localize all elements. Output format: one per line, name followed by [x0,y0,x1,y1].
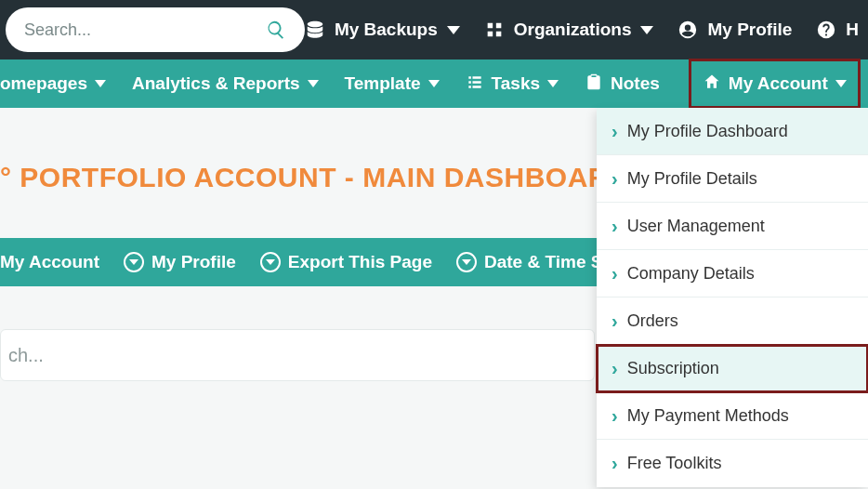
search-input[interactable] [24,20,266,40]
home-icon [703,73,721,96]
caret-down-icon [95,80,106,87]
dd-my-payment-methods[interactable]: › My Payment Methods [597,392,868,440]
my-profile-label: My Profile [707,20,792,40]
nav-tasks[interactable]: Tasks [453,59,572,108]
help-link[interactable]: H [816,20,859,40]
action-my-account[interactable]: My Account [0,252,99,272]
chevron-right-icon: › [612,121,618,142]
chevron-right-icon: › [612,216,618,237]
topbar: My Backups Organizations My Profile H [0,0,868,59]
dd-free-toolkits[interactable]: › Free Toolkits [597,440,868,487]
dd-my-profile-details[interactable]: › My Profile Details [597,155,868,203]
list-icon [466,73,484,96]
caret-down-icon [547,80,559,87]
dd-my-profile-dashboard[interactable]: › My Profile Dashboard [597,108,868,155]
clipboard-icon [585,73,603,96]
circle-arrow-down-icon [124,252,144,272]
filter-input[interactable] [8,345,586,366]
circle-arrow-down-icon [456,252,477,272]
dd-user-management[interactable]: › User Management [597,203,868,250]
nav-notes-label: Notes [611,73,660,94]
main-nav: omepages Analytics & Reports Template Ta… [0,59,868,108]
my-backups-menu[interactable]: My Backups [305,20,460,40]
nav-my-account-label: My Account [729,73,828,94]
user-circle-icon [677,20,698,40]
caret-down-icon [835,80,847,87]
dd-label: Subscription [627,359,719,378]
action-my-account-label: My Account [0,252,99,272]
nav-homepages[interactable]: omepages [0,59,119,108]
dd-label: Orders [627,311,678,331]
action-my-profile[interactable]: My Profile [124,252,236,272]
my-profile-link[interactable]: My Profile [677,20,792,40]
nav-analytics[interactable]: Analytics & Reports [119,59,332,108]
caret-down-icon [308,80,319,87]
help-circle-icon [816,20,836,40]
caret-down-icon [640,26,653,34]
nav-analytics-label: Analytics & Reports [132,73,300,94]
action-my-profile-label: My Profile [151,252,236,272]
dd-subscription[interactable]: › Subscription [597,345,868,392]
nav-more[interactable]: More [860,59,868,108]
action-export-label: Export This Page [288,252,432,272]
search-box[interactable] [6,7,305,52]
dd-label: My Profile Details [627,169,757,189]
dd-label: My Profile Dashboard [627,122,788,141]
database-icon [305,20,325,40]
nav-tasks-label: Tasks [492,73,540,94]
organizations-menu[interactable]: Organizations [484,20,654,40]
dd-label: Free Toolkits [627,454,722,473]
chevron-right-icon: › [612,311,618,332]
dd-label: Company Details [627,264,755,284]
nav-my-account[interactable]: My Account [690,59,860,108]
circle-arrow-down-icon [260,252,281,272]
help-label: H [846,20,859,40]
filter-box[interactable] [0,329,595,381]
dd-company-details[interactable]: › Company Details [597,250,868,297]
chevron-right-icon: › [612,168,618,190]
my-account-dropdown: › My Profile Dashboard › My Profile Deta… [597,108,868,487]
chevron-right-icon: › [612,358,618,379]
dd-orders[interactable]: › Orders [597,297,868,345]
nav-notes[interactable]: Notes [572,59,673,108]
action-export[interactable]: Export This Page [260,252,432,272]
caret-down-icon [428,80,440,87]
organizations-label: Organizations [514,20,632,40]
my-backups-label: My Backups [335,20,438,40]
org-icon [484,20,505,40]
nav-template[interactable]: Template [332,59,453,108]
search-icon[interactable] [266,20,286,40]
caret-down-icon [447,26,460,34]
nav-template-label: Template [345,73,421,94]
chevron-right-icon: › [612,263,618,284]
nav-homepages-label: omepages [0,73,87,94]
dd-label: User Management [627,217,765,236]
chevron-right-icon: › [612,405,618,427]
chevron-right-icon: › [612,453,618,474]
dd-label: My Payment Methods [627,406,789,426]
